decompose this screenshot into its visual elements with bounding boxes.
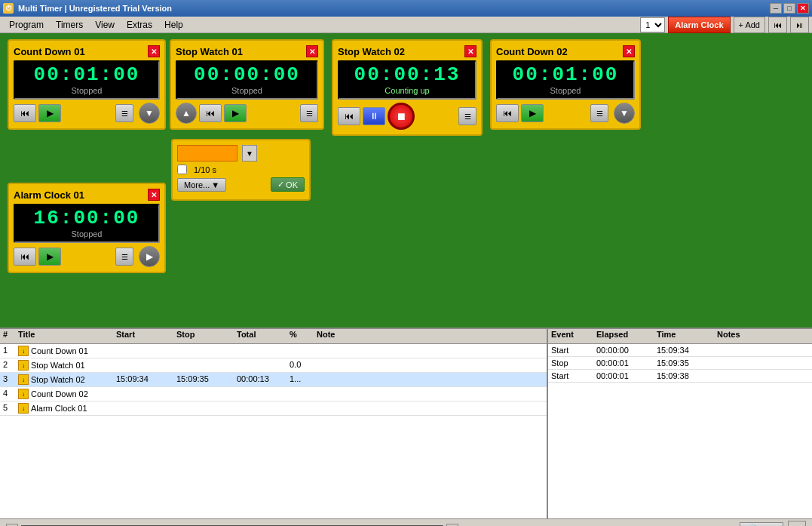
col-header-elapsed: Elapsed: [593, 329, 654, 343]
timer-time-cd02: 00:01:00: [502, 65, 629, 85]
rewind-all-button[interactable]: ⏮: [768, 17, 787, 33]
col-header-note: Note: [314, 329, 344, 343]
more-button[interactable]: More... ▼: [177, 178, 226, 192]
timer-play-cd01[interactable]: ▶: [38, 104, 61, 122]
row-icon-1: ↓: [18, 346, 29, 356]
ev-event-1: Start: [548, 345, 593, 355]
timer-close-cd01[interactable]: ✕: [148, 45, 160, 57]
timer-rewind-cd02[interactable]: ⏮: [496, 104, 519, 122]
row-icon-3: ↓: [18, 374, 29, 385]
menu-timers[interactable]: Timers: [50, 18, 89, 32]
col-header-time: Time: [654, 329, 714, 343]
timer-close-ac01[interactable]: ✕: [148, 189, 160, 201]
col-header-num: #: [0, 329, 15, 343]
cell-num-4: 4: [0, 388, 15, 400]
cell-total-2: [234, 359, 286, 371]
timer-time-ac01: 16:00:00: [20, 208, 154, 228]
event-row[interactable]: Start 00:00:00 15:09:34: [548, 344, 812, 357]
color-input[interactable]: [177, 145, 237, 161]
timer-header-sw01: Stop Watch 01 ✕: [176, 45, 318, 57]
titlebar: ⏱ Multi Timer | Unregistered Trial Versi…: [0, 0, 812, 17]
ev-event-2: Stop: [548, 358, 593, 368]
table-body: 1 ↓ Count Down 01 2 ↓ Stop Watch 01: [0, 344, 812, 518]
ok-button[interactable]: ✓ OK: [271, 177, 305, 192]
table-header-row: # Title Start Stop Total % Note Event El…: [0, 329, 812, 344]
event-row[interactable]: Stop 00:00:01 15:09:35: [548, 357, 812, 370]
col-header-title: Title: [15, 329, 113, 343]
timer-controls-sw01: ▲ ⏮ ▶ ☰: [176, 103, 318, 124]
minimize-button[interactable]: ─: [770, 3, 782, 14]
timer-menu-ac01[interactable]: ☰: [115, 248, 133, 266]
cell-start-3: 15:09:34: [113, 374, 173, 386]
cell-title-4: ↓ Count Down 02: [15, 388, 113, 400]
ev-time-1: 15:09:34: [654, 345, 714, 355]
timer-play-ac01[interactable]: ▶: [38, 248, 61, 266]
table-row[interactable]: 1 ↓ Count Down 01: [0, 344, 547, 358]
timer-play-sw01[interactable]: ▶: [224, 104, 247, 122]
left-table-headers: # Title Start Stop Total % Note: [0, 329, 548, 343]
col-header-event: Event: [548, 329, 593, 343]
cell-note-2: [314, 359, 344, 371]
timer-down-cd01[interactable]: ▼: [139, 103, 160, 124]
tenth-second-label: 1/10 s: [194, 165, 216, 174]
cell-start-4: [113, 388, 173, 400]
lap-button[interactable]: 🕐 Lap: [740, 522, 783, 526]
app-icon: ⏱: [3, 3, 14, 14]
cell-stop-1: [173, 345, 234, 357]
cell-start-1: [113, 345, 173, 357]
play-pause-all-button[interactable]: ⏯: [790, 17, 809, 33]
scroll-left-btn[interactable]: ◀: [6, 524, 18, 527]
timer-up-sw01[interactable]: ▲: [176, 103, 197, 124]
timer-rewind-ac01[interactable]: ⏮: [14, 248, 36, 266]
color-picker-popup: ▼ 1/10 s More... ▼ ✓ OK: [171, 139, 311, 201]
data-panel: # Title Start Stop Total % Note Event El…: [0, 328, 812, 518]
timer-down-cd02[interactable]: ▼: [614, 103, 635, 124]
alarm-clock-button[interactable]: Alarm Clock: [668, 17, 730, 33]
timer-play-cd02[interactable]: ▶: [521, 104, 544, 122]
right-table-body: Start 00:00:00 15:09:34 Stop 00:00:01 15…: [548, 344, 812, 518]
timer-menu-cd02[interactable]: ☰: [590, 104, 608, 122]
timer-play-circle-ac01[interactable]: ▶: [139, 246, 160, 267]
event-row[interactable]: Start 00:00:01 15:09:38: [548, 370, 812, 383]
row-title-2: Stop Watch 01: [31, 361, 85, 370]
timer-card-cd02: Count Down 02 ✕ 00:01:00 Stopped ⏮ ▶ ☰ ▼: [490, 39, 641, 130]
maximize-button[interactable]: □: [783, 3, 795, 14]
close-button[interactable]: ✕: [797, 3, 809, 14]
menu-extras[interactable]: Extras: [121, 18, 158, 32]
timer-workspace: Count Down 01 ✕ 00:01:00 Stopped ⏮ ▶ ☰ ▼…: [0, 33, 812, 328]
popup-checkbox-row: 1/10 s: [177, 165, 305, 174]
col-header-total: Total: [234, 329, 286, 343]
menu-help[interactable]: Help: [158, 18, 189, 32]
timer-menu-cd01[interactable]: ☰: [115, 104, 133, 122]
cell-pct-5: [286, 402, 314, 414]
timer-rewind-sw02[interactable]: ⏮: [338, 107, 360, 125]
timer-status-cd01: Stopped: [20, 86, 154, 95]
timer-close-sw02[interactable]: ✕: [464, 45, 476, 57]
cell-num-5: 5: [0, 402, 15, 414]
table-row[interactable]: 2 ↓ Stop Watch 01 0.0: [0, 358, 547, 373]
timer-close-cd02[interactable]: ✕: [623, 45, 635, 57]
table-row[interactable]: 3 ↓ Stop Watch 02 15:09:34 15:09:35 00:0…: [0, 373, 547, 387]
tenth-second-checkbox[interactable]: [177, 165, 187, 174]
timer-rewind-cd01[interactable]: ⏮: [14, 104, 36, 122]
timer-pause-sw02[interactable]: ⏸: [363, 107, 385, 125]
timer-header-cd02: Count Down 02 ✕: [496, 45, 635, 57]
alarm-stop-sw02[interactable]: ⏹: [388, 103, 415, 130]
timer-rewind-sw01[interactable]: ⏮: [199, 104, 222, 122]
table-row[interactable]: 4 ↓ Count Down 02: [0, 387, 547, 401]
timer-card-cd01: Count Down 01 ✕ 00:01:00 Stopped ⏮ ▶ ☰ ▼: [8, 39, 166, 130]
timer-number-select[interactable]: 1: [640, 17, 665, 32]
timer-menu-sw01[interactable]: ☰: [300, 104, 318, 122]
add-button[interactable]: + Add: [734, 17, 765, 33]
timer-menu-sw02[interactable]: ☰: [458, 107, 476, 125]
color-dropdown-btn[interactable]: ▼: [242, 145, 257, 161]
more-footer-button[interactable]: ⋯: [788, 521, 806, 527]
timer-close-sw01[interactable]: ✕: [306, 45, 318, 57]
scroll-right-btn[interactable]: ▶: [446, 524, 458, 527]
cell-note-4: [314, 388, 344, 400]
cell-title-2: ↓ Stop Watch 01: [15, 359, 113, 371]
ev-time-2: 15:09:35: [654, 358, 714, 368]
menu-view[interactable]: View: [89, 18, 121, 32]
menu-program[interactable]: Program: [3, 18, 50, 32]
table-row[interactable]: 5 ↓ Alarm Clock 01: [0, 401, 547, 416]
